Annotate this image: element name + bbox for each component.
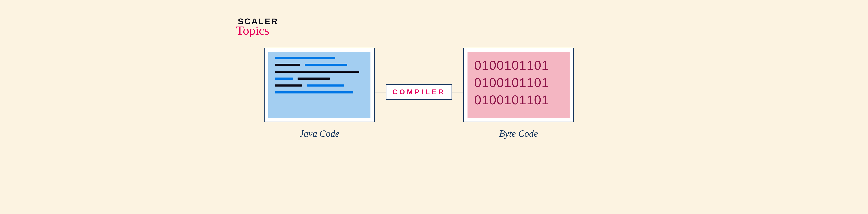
diagram-canvas: SCALER Topics bbox=[0, 0, 868, 214]
wire-right bbox=[452, 92, 463, 93]
byte-code-caption: Byte Code bbox=[499, 128, 538, 139]
wire-left bbox=[375, 92, 386, 93]
java-code-panel bbox=[264, 48, 375, 122]
code-line bbox=[275, 92, 353, 94]
java-code-caption: Java Code bbox=[300, 128, 339, 139]
code-row bbox=[275, 64, 364, 71]
java-code-inner bbox=[268, 52, 370, 118]
byte-code-inner: 0100101101 0100101101 0100101101 bbox=[467, 52, 569, 118]
code-line bbox=[307, 84, 344, 86]
byte-code-block: 0100101101 0100101101 0100101101 Byte Co… bbox=[463, 48, 574, 139]
connector: COMPILER bbox=[375, 84, 463, 100]
code-line bbox=[275, 64, 300, 66]
logo-text-bottom: Topics bbox=[236, 24, 278, 37]
compiler-box: COMPILER bbox=[386, 84, 452, 100]
code-line bbox=[298, 77, 330, 80]
code-line bbox=[275, 84, 302, 86]
code-row bbox=[275, 77, 364, 84]
scaler-topics-logo: SCALER Topics bbox=[238, 17, 278, 37]
compiler-label: COMPILER bbox=[392, 88, 446, 96]
byte-row: 0100101101 bbox=[474, 92, 563, 109]
code-line bbox=[275, 71, 359, 73]
code-line bbox=[305, 64, 347, 66]
code-row bbox=[275, 84, 364, 92]
compiler-diagram: Java Code COMPILER 0100101101 0100101101… bbox=[264, 48, 574, 139]
byte-row: 0100101101 bbox=[474, 57, 563, 74]
byte-code-panel: 0100101101 0100101101 0100101101 bbox=[463, 48, 574, 122]
java-code-block: Java Code bbox=[264, 48, 375, 139]
code-line bbox=[275, 57, 335, 59]
code-line bbox=[275, 77, 293, 80]
byte-row: 0100101101 bbox=[474, 74, 563, 92]
